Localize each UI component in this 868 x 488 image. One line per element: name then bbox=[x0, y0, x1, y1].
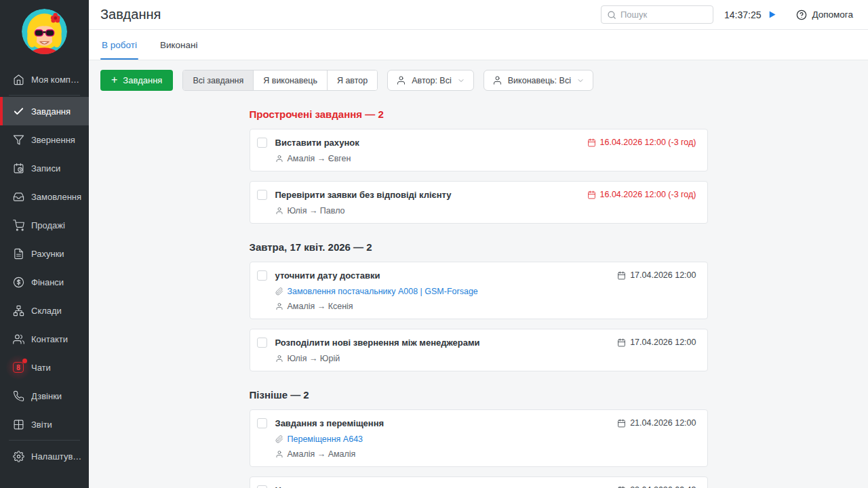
invoice-icon bbox=[12, 247, 24, 260]
calendar-icon bbox=[617, 338, 626, 347]
segment-i-am-author[interactable]: Я автор bbox=[328, 70, 377, 90]
play-icon[interactable] bbox=[767, 9, 777, 20]
timer-value: 14:37:25 bbox=[724, 9, 762, 20]
calendar-icon bbox=[587, 190, 596, 199]
search-input[interactable] bbox=[620, 9, 707, 20]
task-card[interactable]: уточнити дату доставкиЗамовлення постача… bbox=[250, 262, 708, 319]
search-icon bbox=[607, 10, 616, 20]
task-due-date: 16.04.2026 12:00 (-3 год) bbox=[587, 188, 696, 201]
app-root: Моя компаніяЗавданняЗверненняЗаписиЗамов… bbox=[0, 0, 868, 488]
task-checkbox[interactable] bbox=[257, 138, 267, 148]
tab-done[interactable]: Виконані bbox=[159, 30, 199, 60]
task-card[interactable]: Перевірити заявки без відповіді клієнтуЮ… bbox=[250, 181, 708, 224]
task-assignment: Юлія → Павло bbox=[275, 205, 576, 216]
sidebar-item-warehouses[interactable]: Склади bbox=[0, 296, 89, 325]
sidebar-item-label: Фінанси bbox=[31, 277, 64, 287]
task-card[interactable]: Нагадати про оплатуПродаж С1422.04.2026 … bbox=[250, 476, 708, 488]
task-assignment-label: Юлія → Юрій bbox=[288, 353, 340, 364]
sidebar-item-sales[interactable]: Продажі bbox=[0, 211, 89, 239]
add-task-button[interactable]: + Завдання bbox=[100, 70, 173, 91]
sidebar-item-requests[interactable]: Звернення bbox=[0, 125, 89, 154]
sidebar-item-reports[interactable]: Звіти bbox=[0, 410, 89, 439]
filter-author[interactable]: Автор: Всі bbox=[387, 70, 474, 91]
help-button[interactable]: Допомога bbox=[796, 9, 853, 20]
filter-label: Автор: Всі bbox=[412, 76, 452, 85]
sidebar-nav: Моя компаніяЗавданняЗверненняЗаписиЗамов… bbox=[0, 65, 89, 488]
time-tracker: 14:37:25 bbox=[724, 9, 778, 20]
sidebar-item-label: Завдання bbox=[31, 106, 71, 117]
task-title: Розподілити нові звернення між менеджера… bbox=[275, 336, 607, 349]
segment-all-tasks[interactable]: Всі завдання bbox=[183, 70, 254, 90]
task-due-date: 21.04.2026 12:00 bbox=[617, 417, 696, 430]
user-icon bbox=[275, 450, 283, 458]
task-assignment: Юлія → Юрій bbox=[275, 353, 607, 364]
task-checkbox[interactable] bbox=[257, 418, 267, 428]
task-due-label: 22.04.2026 09:43 bbox=[630, 484, 696, 488]
task-checkbox[interactable] bbox=[257, 190, 267, 200]
warehouse-icon bbox=[12, 304, 24, 317]
sidebar-divider bbox=[9, 95, 80, 96]
inbox-icon bbox=[12, 190, 24, 203]
sidebar-item-label: Склади bbox=[31, 306, 62, 316]
toolbar: + Завдання Всі завданняЯ виконавецьЯ авт… bbox=[89, 60, 868, 91]
sidebar-item-orders[interactable]: Замовлення bbox=[0, 182, 89, 211]
task-linked-entity[interactable]: Переміщення А643 bbox=[275, 434, 607, 445]
main-area: Завдання 14:37:25 bbox=[89, 0, 868, 488]
task-scope-segments: Всі завданняЯ виконавецьЯ автор bbox=[182, 70, 378, 91]
sidebar-divider bbox=[9, 440, 80, 441]
sidebar-item-label: Контакти bbox=[31, 334, 68, 344]
sidebar-item-records[interactable]: Записи bbox=[0, 154, 89, 182]
topbar-right: 14:37:25 Допомога bbox=[601, 5, 853, 24]
add-task-label: Завдання bbox=[123, 75, 162, 85]
task-assignment-label: Юлія → Павло bbox=[288, 205, 345, 216]
section-title: Завтра, 17 квіт. 2026 — 2 bbox=[250, 241, 708, 253]
task-title: Завдання з переміщення bbox=[275, 417, 607, 430]
tab-in-progress[interactable]: В роботі bbox=[100, 30, 138, 60]
sidebar: Моя компаніяЗавданняЗверненняЗаписиЗамов… bbox=[0, 0, 89, 488]
task-linked-entity[interactable]: Замовлення постачальнику А008 | GSM-Fors… bbox=[275, 286, 607, 297]
chevron-down-icon bbox=[576, 77, 585, 85]
sidebar-item-label: Моя компанія bbox=[31, 75, 83, 85]
segment-i-am-executor[interactable]: Я виконавець bbox=[254, 70, 328, 90]
sidebar-item-label: Рахунки bbox=[31, 249, 64, 259]
sidebar-item-label: Продажі bbox=[31, 220, 65, 230]
task-checkbox[interactable] bbox=[257, 338, 267, 348]
sidebar-item-calls[interactable]: Дзвінки bbox=[0, 382, 89, 410]
sidebar-item-tasks[interactable]: Завдання bbox=[0, 97, 89, 125]
filter-label: Виконавець: Всі bbox=[508, 76, 571, 85]
plus-icon: + bbox=[111, 75, 117, 85]
chats-unread-badge: 8 bbox=[12, 361, 24, 373]
sidebar-item-invoices[interactable]: Рахунки bbox=[0, 239, 89, 268]
task-checkbox[interactable] bbox=[257, 270, 267, 281]
help-icon bbox=[796, 9, 807, 20]
task-sections: Прострочені завдання — 2Виставити рахуно… bbox=[250, 108, 708, 488]
task-checkbox[interactable] bbox=[257, 485, 267, 488]
sidebar-item-chats[interactable]: 8Чати bbox=[0, 353, 89, 382]
task-card[interactable]: Виставити рахунокАмалія → Євген16.04.202… bbox=[250, 129, 708, 171]
sidebar-item-finance[interactable]: Фінанси bbox=[0, 268, 89, 296]
task-due-date: 16.04.2026 12:00 (-3 год) bbox=[587, 136, 696, 149]
sidebar-item-settings[interactable]: Налаштування bbox=[0, 442, 89, 470]
task-card[interactable]: Розподілити нові звернення між менеджера… bbox=[250, 329, 708, 371]
funnel-icon bbox=[12, 134, 24, 146]
user-icon bbox=[275, 207, 283, 215]
sidebar-item-label: Записи bbox=[31, 163, 60, 174]
paperclip-icon bbox=[275, 287, 283, 296]
chevron-down-icon bbox=[457, 77, 465, 85]
task-title: Виставити рахунок bbox=[275, 136, 576, 149]
search-box[interactable] bbox=[601, 5, 713, 24]
finance-icon bbox=[12, 276, 24, 288]
task-assignment-label: Амалія → Євген bbox=[288, 153, 351, 164]
user-icon bbox=[275, 354, 283, 363]
contacts-icon bbox=[12, 333, 24, 345]
company-logo[interactable] bbox=[0, 0, 89, 65]
user-icon bbox=[492, 75, 502, 85]
company-avatar bbox=[22, 9, 67, 57]
task-card[interactable]: Завдання з переміщенняПереміщення А643Ам… bbox=[250, 409, 708, 467]
task-assignment: Амалія → Ксенія bbox=[275, 301, 607, 312]
tabs: В роботіВиконані bbox=[89, 30, 868, 60]
sidebar-item-contacts[interactable]: Контакти bbox=[0, 325, 89, 353]
filter-executor[interactable]: Виконавець: Всі bbox=[484, 70, 593, 91]
task-assignment: Амалія → Амалія bbox=[275, 449, 607, 460]
sidebar-item-my-company[interactable]: Моя компанія bbox=[0, 65, 89, 94]
